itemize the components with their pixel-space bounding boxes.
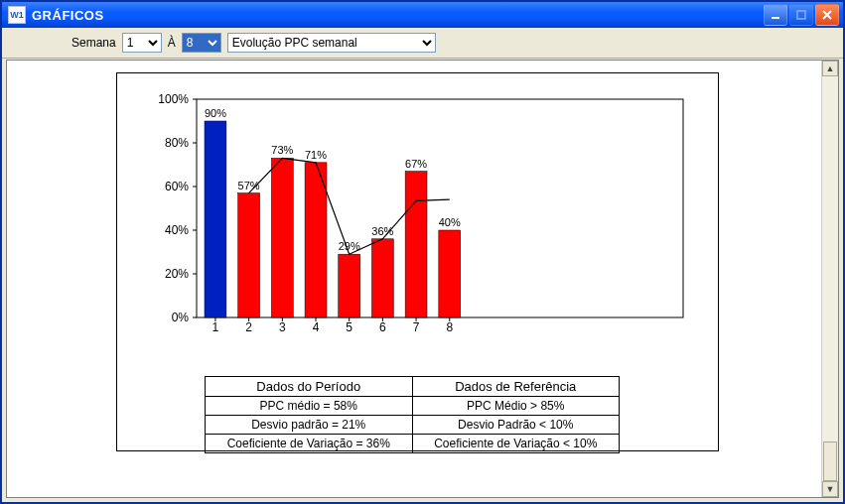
svg-text:60%: 60% bbox=[165, 180, 189, 193]
svg-text:20%: 20% bbox=[165, 267, 189, 281]
bar-chart: 0%20%40%60%80%100%90%157%273%371%429%536… bbox=[127, 89, 713, 357]
titlebar: W1 GRÁFICOS bbox=[2, 2, 843, 28]
svg-rect-39 bbox=[405, 172, 427, 317]
close-button[interactable] bbox=[815, 4, 839, 26]
app-icon: W1 bbox=[8, 6, 26, 24]
window-title: GRÁFICOS bbox=[32, 8, 764, 23]
svg-text:2: 2 bbox=[245, 320, 252, 334]
periodo-cv: Coeficiente de Variação = 36% bbox=[206, 435, 413, 453]
svg-text:0%: 0% bbox=[172, 311, 190, 324]
svg-rect-27 bbox=[305, 163, 327, 317]
svg-rect-0 bbox=[772, 17, 779, 19]
semana-label: Semana bbox=[71, 36, 116, 50]
periodo-ppc: PPC médio = 58% bbox=[206, 397, 413, 416]
scroll-thumb[interactable] bbox=[823, 441, 837, 481]
svg-rect-19 bbox=[238, 193, 260, 317]
vertical-scrollbar[interactable]: ▲ ▼ bbox=[821, 61, 838, 497]
svg-text:80%: 80% bbox=[165, 136, 189, 150]
chart-type-select[interactable]: Evolução PPC semanal bbox=[227, 33, 436, 53]
app-window: W1 GRÁFICOS Semana 1 À 8 Evolução PPC se… bbox=[0, 0, 845, 504]
svg-text:40%: 40% bbox=[439, 216, 461, 228]
svg-text:8: 8 bbox=[446, 320, 453, 334]
scroll-up-arrow[interactable]: ▲ bbox=[822, 61, 838, 76]
svg-text:3: 3 bbox=[279, 320, 286, 334]
maximize-button bbox=[789, 4, 813, 26]
svg-text:67%: 67% bbox=[405, 158, 427, 170]
svg-text:73%: 73% bbox=[271, 144, 293, 156]
scroll-down-arrow[interactable]: ▼ bbox=[822, 481, 838, 497]
svg-text:4: 4 bbox=[313, 320, 320, 334]
referencia-header: Dados de Referência bbox=[412, 377, 620, 397]
svg-rect-31 bbox=[339, 254, 360, 317]
scroll-track[interactable] bbox=[822, 76, 838, 481]
svg-rect-23 bbox=[271, 158, 293, 317]
svg-rect-35 bbox=[371, 239, 393, 317]
svg-rect-15 bbox=[205, 121, 226, 317]
a-label: À bbox=[168, 36, 176, 50]
client-area: 0%20%40%60%80%100%90%157%273%371%429%536… bbox=[6, 60, 839, 498]
toolbar: Semana 1 À 8 Evolução PPC semanal bbox=[2, 28, 843, 59]
svg-text:71%: 71% bbox=[305, 149, 327, 161]
periodo-desvio: Desvio padrão = 21% bbox=[206, 416, 413, 435]
svg-text:6: 6 bbox=[379, 320, 386, 334]
referencia-desvio: Desvio Padrão < 10% bbox=[412, 416, 620, 435]
svg-text:90%: 90% bbox=[205, 107, 226, 119]
svg-text:100%: 100% bbox=[158, 92, 189, 106]
chart-canvas: 0%20%40%60%80%100%90%157%273%371%429%536… bbox=[116, 72, 719, 451]
semana-from-select[interactable]: 1 bbox=[122, 33, 162, 53]
svg-text:36%: 36% bbox=[371, 225, 393, 237]
svg-rect-43 bbox=[439, 230, 461, 317]
minimize-button[interactable] bbox=[764, 4, 787, 26]
svg-rect-1 bbox=[797, 11, 805, 19]
svg-text:7: 7 bbox=[413, 320, 420, 334]
svg-text:40%: 40% bbox=[165, 223, 189, 237]
semana-to-select[interactable]: 8 bbox=[182, 33, 221, 53]
referencia-cv: Coeficiente de Variação < 10% bbox=[412, 435, 620, 453]
svg-text:1: 1 bbox=[212, 320, 219, 334]
svg-text:5: 5 bbox=[346, 320, 352, 334]
stats-table: Dados do Período Dados de Referência PPC… bbox=[205, 376, 620, 453]
referencia-ppc: PPC Médio > 85% bbox=[412, 397, 620, 416]
periodo-header: Dados do Período bbox=[206, 377, 413, 397]
